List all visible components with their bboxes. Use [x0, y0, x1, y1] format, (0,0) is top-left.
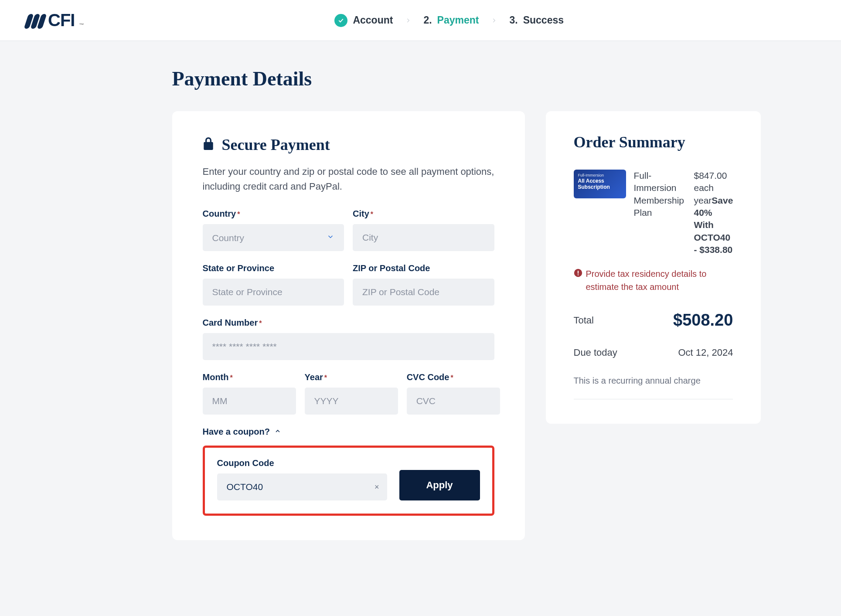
zip-label: ZIP or Postal Code [353, 263, 494, 273]
due-value: Oct 12, 2024 [678, 347, 733, 358]
payment-card: Secure Payment Enter your country and zi… [172, 111, 525, 540]
due-line: Due today Oct 12, 2024 [574, 347, 733, 358]
coupon-toggle-label: Have a coupon? [203, 427, 270, 437]
country-label: Country* [203, 209, 344, 219]
chevron-right-icon [405, 14, 411, 26]
city-input[interactable] [353, 224, 494, 251]
month-label: Month* [203, 372, 296, 382]
total-label: Total [574, 315, 594, 326]
state-label: State or Province [203, 263, 344, 273]
apply-button[interactable]: Apply [399, 470, 480, 500]
svg-rect-2 [577, 275, 578, 276]
product-thumbnail: Full-Immersion All Access Subscription [574, 170, 626, 198]
month-input[interactable] [203, 388, 296, 415]
order-summary-heading: Order Summary [574, 133, 733, 151]
coupon-section: Coupon Code × Apply [203, 446, 494, 516]
product-name: Full-Immersion Membership Plan [634, 170, 686, 219]
svg-rect-1 [577, 271, 578, 274]
cvc-input[interactable] [407, 388, 500, 415]
due-label: Due today [574, 347, 617, 358]
coupon-input[interactable] [217, 473, 387, 500]
step-account: Account [334, 14, 393, 27]
year-label: Year* [305, 372, 398, 382]
logo-icon [26, 12, 44, 29]
zip-input[interactable] [353, 279, 494, 306]
year-input[interactable] [305, 388, 398, 415]
check-icon [334, 14, 347, 27]
logo-tm: ™ [79, 22, 83, 27]
order-summary-card: Order Summary Full-Immersion All Access … [546, 111, 761, 424]
country-select[interactable]: Country [203, 224, 344, 251]
step-success-num: 3. [509, 14, 518, 26]
divider [574, 399, 733, 399]
page-body: Payment Details Secure Payment Enter you… [155, 41, 687, 558]
step-payment: 2. Payment [423, 14, 479, 26]
tax-warning: Provide tax residency details to estimat… [574, 267, 733, 293]
cvc-label: CVC Code* [407, 372, 500, 382]
header: CFI ™ Account 2. Payment 3. Success [0, 0, 841, 41]
clear-coupon-icon[interactable]: × [375, 483, 379, 492]
state-input[interactable] [203, 279, 344, 306]
logo-text: CFI [48, 10, 75, 30]
recurring-note: This is a recurring annual charge [574, 376, 733, 386]
total-value: $508.20 [673, 311, 733, 330]
warning-icon [574, 267, 582, 293]
card-number-input[interactable] [203, 333, 494, 360]
city-label: City* [353, 209, 494, 219]
secure-payment-heading: Secure Payment [222, 136, 330, 154]
product-price: $847.00 each yearSave 40% With OCTO40 - … [694, 170, 733, 256]
payment-description: Enter your country and zip or postal cod… [203, 164, 494, 194]
lock-icon [203, 137, 214, 152]
page-title: Payment Details [172, 67, 669, 90]
step-payment-num: 2. [423, 14, 432, 26]
product-row: Full-Immersion All Access Subscription F… [574, 170, 733, 256]
card-label: Card Number* [203, 318, 494, 328]
total-line: Total $508.20 [574, 311, 733, 330]
step-success-label: Success [523, 14, 564, 26]
checkout-stepper: Account 2. Payment 3. Success [83, 14, 815, 27]
step-success: 3. Success [509, 14, 564, 26]
chevron-right-icon [491, 14, 497, 26]
step-payment-label: Payment [437, 14, 479, 26]
logo[interactable]: CFI ™ [26, 10, 83, 30]
chevron-up-icon [274, 427, 281, 437]
coupon-toggle[interactable]: Have a coupon? [203, 427, 494, 437]
step-account-label: Account [353, 14, 393, 26]
tax-warning-text: Provide tax residency details to estimat… [586, 267, 733, 293]
coupon-label: Coupon Code [217, 458, 387, 468]
